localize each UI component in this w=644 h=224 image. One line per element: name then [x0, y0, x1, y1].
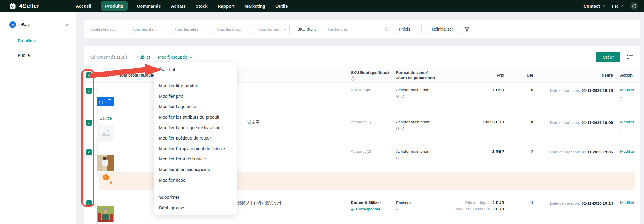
- menu-item-dimensions-poids[interactable]: Modifier dimensions/poids: [154, 164, 237, 175]
- menu-item-depl-groupe[interactable]: Dépl. groupe: [154, 203, 237, 213]
- row-checkbox[interactable]: ✓: [86, 120, 92, 126]
- menu-item-supprimer[interactable]: Supprimer: [154, 192, 237, 203]
- modify-link[interactable]: Modifier: [620, 200, 640, 205]
- start-price-value: 2 EUR: [492, 200, 504, 205]
- sku-cell: Brauer & Mälzer Correspondre: [349, 193, 396, 224]
- language-label: FR: [612, 4, 618, 9]
- settings-button[interactable]: [630, 2, 638, 10]
- sale-format-cell: Acheter maintenant GTC: [396, 83, 445, 115]
- menu-item-etat-article[interactable]: Modifier l'état de l'article: [154, 154, 237, 164]
- match-link[interactable]: Correspondre: [351, 207, 396, 211]
- check-icon: ✓: [88, 121, 90, 125]
- filter-label: Tous format...: [259, 27, 283, 31]
- filter-label: Tous les sta...: [133, 27, 157, 31]
- contact-menu[interactable]: Contact: [583, 4, 604, 9]
- chevron-up-icon[interactable]: [66, 24, 69, 27]
- chevron-down-icon: [284, 27, 287, 30]
- sidebar-marketplace-ebay[interactable]: e eBay: [9, 21, 69, 28]
- filter-statuts-dropdown[interactable]: Tous les sta...: [129, 24, 167, 34]
- filter-formats-dropdown[interactable]: Tous format...: [255, 24, 290, 34]
- select-all-checkbox[interactable]: ✓: [86, 72, 92, 78]
- price-value: 1 USD: [445, 83, 504, 115]
- created-label: Date de création:: [550, 201, 580, 205]
- advanced-filter-button[interactable]: [464, 26, 470, 32]
- check-icon: ✓: [88, 150, 90, 154]
- menu-item-politique-retour[interactable]: Modifier politique de retour: [154, 133, 237, 143]
- sort-columns-icon: [626, 54, 633, 60]
- more-actions-link[interactable]: ...: [620, 207, 640, 211]
- search-input[interactable]: [328, 27, 385, 31]
- nav-produits[interactable]: Produits: [101, 1, 128, 11]
- sidebar-item-brouillon[interactable]: Brouillon: [18, 38, 35, 43]
- sku-status: Appariés(1): [349, 115, 396, 144]
- product-name: 试专用: [247, 120, 259, 125]
- create-button[interactable]: Créer: [596, 52, 620, 62]
- modify-link[interactable]: Modifier: [620, 149, 640, 154]
- sidebar-item-publie[interactable]: Publié: [18, 53, 30, 58]
- filter-sites-dropdown[interactable]: Tous les sites: [171, 24, 209, 34]
- filter-label: Tous les sites: [175, 27, 198, 31]
- nav-marketing[interactable]: Marketing: [244, 1, 266, 11]
- filter-groupes-dropdown[interactable]: Tous les gro...: [213, 24, 251, 34]
- column-settings-button[interactable]: [626, 54, 633, 60]
- language-menu[interactable]: FR: [612, 4, 622, 9]
- warning-icon: !: [103, 174, 109, 180]
- row-image-cell: Source: [97, 193, 118, 224]
- menu-items-group-1: Modifier titre produit Modifier prix Mod…: [154, 77, 237, 185]
- modify-link[interactable]: Modifier: [620, 120, 640, 124]
- contact-label: Contact: [583, 4, 600, 9]
- row-checkbox[interactable]: ✓: [86, 88, 92, 94]
- sale-format-cell: Enchère --: [396, 193, 445, 224]
- modify-link[interactable]: Modifier: [620, 88, 640, 92]
- chevron-down-icon: [319, 27, 322, 30]
- ebay-icon: e: [9, 21, 16, 28]
- row-checkbox[interactable]: ✓: [86, 149, 92, 155]
- bulk-edit-dropdown-button[interactable]: Modif. groupée: [158, 54, 192, 59]
- chevron-down-icon: [602, 4, 605, 7]
- search-field-selector[interactable]: SKU Sto...: [294, 24, 325, 34]
- chevron-down-icon: [415, 27, 418, 30]
- nav-rapport[interactable]: Rapport: [217, 1, 235, 11]
- menu-item-modifier-titre[interactable]: Modifier titre produit: [154, 80, 237, 91]
- funnel-icon: [464, 26, 470, 32]
- time-cell: Date de création:01-11-2026 19:14: [533, 193, 614, 224]
- header-select-cell: ✓: [84, 72, 97, 78]
- match-mode-dropdown[interactable]: Précis: [395, 24, 422, 34]
- chevron-down-icon: [189, 55, 192, 58]
- menu-item-modifier-quantite[interactable]: Modifier la quantité: [154, 101, 237, 112]
- more-actions-link[interactable]: ...: [620, 126, 640, 131]
- menu-item-modifier-attributs[interactable]: Modifier les attributs du produit: [154, 112, 237, 122]
- more-actions-link[interactable]: ...: [620, 94, 640, 99]
- menu-item-emplacement-article[interactable]: Modifier l'emplacement de l'article: [154, 143, 237, 154]
- row-checkbox[interactable]: ✓: [86, 200, 92, 206]
- shopping-bag-logo-icon: [9, 2, 16, 10]
- header-format: Format de vente/ Jours de publication: [396, 70, 445, 80]
- publication-days: GTC: [396, 94, 445, 99]
- nav-commande[interactable]: Commande: [136, 1, 162, 11]
- selected-count: Sélectionnés (100): [90, 54, 127, 59]
- more-actions-link[interactable]: ...: [620, 156, 640, 160]
- search-box: [325, 24, 393, 34]
- search-field-label: SKU Sto...: [297, 27, 316, 31]
- price-cell: Prix de départ:2 EUR Acheter maintenant:…: [445, 193, 504, 224]
- publish-button[interactable]: Publier: [137, 54, 150, 59]
- created-label: Date de création:: [550, 88, 580, 93]
- help-icon[interactable]: ?: [351, 76, 355, 81]
- menu-item-modifier-desc[interactable]: Modifier desc.: [154, 175, 237, 185]
- menu-item-modifier-prix[interactable]: Modifier prix: [154, 91, 237, 102]
- menu-item-politique-livraison[interactable]: Modifier la politique de livraison: [154, 122, 237, 133]
- nav-accueil[interactable]: Accueil: [75, 1, 92, 11]
- row-select-cell: ✓: [84, 83, 97, 115]
- reset-button[interactable]: Réinitialiser: [426, 24, 459, 34]
- topbar-right-group: Contact FR: [583, 2, 638, 10]
- main-nav: Accueil Produits Commande Achats Stock R…: [75, 1, 289, 11]
- nav-achats[interactable]: Achats: [170, 1, 186, 11]
- filter-boutiques-dropdown[interactable]: Toutes les b...: [87, 24, 125, 34]
- header-action: Action: [614, 73, 640, 78]
- product-name: 品状况非必填）测试专用: [237, 200, 281, 206]
- nav-outils[interactable]: Outils: [275, 1, 289, 11]
- sale-format-cell: Acheter maintenant GTC: [396, 115, 445, 144]
- qty-value: 0: [504, 115, 533, 144]
- nav-stock[interactable]: Stock: [195, 1, 208, 11]
- warning-text-partial: A: [110, 180, 113, 185]
